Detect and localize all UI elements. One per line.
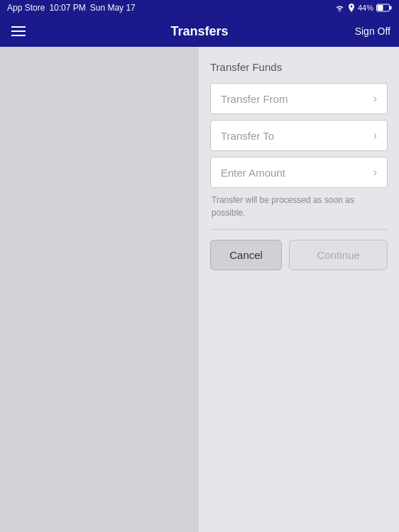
sidebar-panel [0, 47, 199, 532]
time-label: 10:07 PM [49, 3, 85, 13]
date-label: Sun May 17 [90, 3, 136, 13]
button-row: Cancel Continue [210, 240, 388, 270]
hamburger-menu-button[interactable] [9, 23, 28, 39]
info-text: Transfer will be processed as soon as po… [210, 194, 388, 219]
hamburger-line-3 [11, 35, 26, 36]
transfer-to-chevron-icon: › [373, 129, 377, 142]
cancel-button[interactable]: Cancel [210, 240, 282, 270]
main-content: Transfer Funds Transfer From › Transfer … [0, 47, 399, 532]
status-bar: App Store 10:07 PM Sun May 17 44% [0, 0, 399, 16]
svg-rect-1 [390, 6, 392, 10]
transfer-form: Transfer From › Transfer To › Enter Amou… [210, 83, 388, 270]
sign-off-button[interactable]: Sign Off [355, 26, 390, 37]
battery-icon [376, 4, 392, 12]
transfer-from-chevron-icon: › [373, 92, 377, 105]
transfer-to-row[interactable]: Transfer To › [210, 120, 388, 151]
status-bar-left: App Store 10:07 PM Sun May 17 [7, 3, 136, 13]
transfer-to-label: Transfer To [221, 130, 274, 142]
transfer-from-row[interactable]: Transfer From › [210, 83, 388, 114]
transfer-from-label: Transfer From [221, 93, 288, 105]
page-title: Transfers [170, 24, 228, 39]
enter-amount-chevron-icon: › [373, 166, 377, 179]
enter-amount-row[interactable]: Enter Amount › [210, 157, 388, 188]
svg-rect-2 [378, 5, 383, 11]
content-panel: Transfer Funds Transfer From › Transfer … [199, 47, 399, 532]
status-bar-right: 44% [334, 4, 392, 12]
continue-button[interactable]: Continue [289, 240, 388, 270]
hamburger-line-2 [11, 31, 26, 32]
section-title: Transfer Funds [210, 61, 388, 73]
nav-bar: Transfers Sign Off [0, 16, 399, 47]
hamburger-line-1 [11, 26, 26, 28]
battery-label: 44% [358, 4, 373, 12]
wifi-icon [334, 4, 345, 12]
divider [210, 229, 388, 230]
location-icon [348, 4, 355, 12]
enter-amount-label: Enter Amount [221, 167, 285, 179]
app-store-label: App Store [7, 3, 45, 13]
